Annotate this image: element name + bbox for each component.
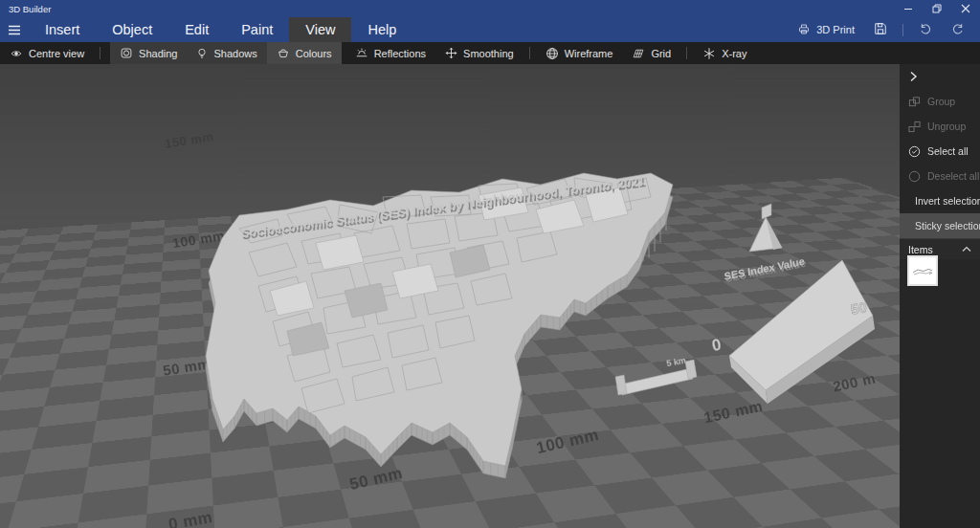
undo-button[interactable] — [909, 17, 942, 42]
legend-caption-3d-text[interactable]: SES Index Value — [724, 255, 805, 282]
smoothing-icon — [445, 47, 457, 59]
hamburger-menu-icon[interactable] — [0, 17, 29, 42]
reflections-button[interactable]: Reflections — [345, 42, 435, 64]
wireframe-button[interactable]: Wireframe — [536, 42, 623, 64]
restore-button[interactable] — [923, 0, 951, 17]
smoothing-button[interactable]: Smoothing — [435, 42, 523, 64]
eye-icon — [10, 48, 23, 59]
legend-min-value: 0 — [710, 336, 723, 355]
redo-icon — [951, 23, 965, 37]
scale-bar[interactable]: 5 km — [615, 356, 697, 395]
view-toolbar: Centre view Shading Shadows Colours — [0, 42, 980, 64]
model-canvas[interactable]: Socioeconomic Status (SES) Index by Neig… — [0, 64, 900, 528]
menu-bar: Insert Object Edit Paint View Help 3D Pr… — [0, 17, 980, 42]
close-button[interactable] — [951, 0, 980, 17]
globe-icon — [546, 47, 559, 60]
selection-sidebar: Group Ungroup Select all Deselect all In… — [900, 64, 980, 528]
toronto-model[interactable] — [206, 173, 673, 478]
north-marker[interactable] — [749, 204, 782, 252]
divider — [529, 47, 530, 59]
divider — [100, 47, 100, 59]
group-icon — [908, 96, 921, 108]
reflections-icon — [355, 47, 368, 59]
legend-wedge[interactable] — [729, 260, 875, 404]
save-button[interactable] — [864, 17, 897, 42]
item-thumbnail[interactable] — [907, 255, 938, 286]
deselect-all-button[interactable]: Deselect all — [900, 164, 980, 188]
3d-viewport[interactable]: 150 mm100 mm50 mm0 mm50 mm100 mm150 mm20… — [0, 64, 900, 528]
item-thumbnail-preview — [910, 258, 935, 283]
redo-button[interactable] — [942, 17, 974, 42]
legend-max-value: 50 — [850, 298, 868, 318]
centre-view-button[interactable]: Centre view — [0, 42, 94, 64]
printer-icon — [797, 23, 811, 37]
grid-icon — [632, 48, 645, 59]
scale-bar-label: 5 km — [666, 356, 687, 368]
divider — [686, 47, 687, 59]
menu-edit[interactable]: Edit — [168, 17, 225, 42]
title-bar: 3D Builder — [0, 0, 980, 17]
divider — [902, 24, 903, 36]
menu-object[interactable]: Object — [96, 17, 168, 42]
3d-print-label: 3D Print — [816, 24, 855, 35]
select-all-button[interactable]: Select all — [900, 139, 980, 164]
minimize-button[interactable] — [894, 0, 923, 17]
collapse-panel-button[interactable] — [900, 64, 980, 89]
ungroup-button[interactable]: Ungroup — [900, 114, 980, 139]
3d-builder-window: 3D Builder Insert Object Edit Paint View… — [0, 0, 980, 528]
select-all-icon — [908, 145, 921, 158]
shading-icon — [120, 47, 133, 59]
undo-icon — [919, 23, 932, 37]
xray-icon — [702, 47, 716, 60]
grid-button[interactable]: Grid — [622, 42, 680, 64]
menu-paint[interactable]: Paint — [225, 17, 289, 42]
3d-print-button[interactable]: 3D Print — [788, 17, 864, 42]
render-options-group: Shading Shadows Colours — [110, 42, 342, 64]
paint-bucket-icon — [277, 47, 290, 59]
group-button[interactable]: Group — [900, 89, 980, 114]
xray-button[interactable]: X-ray — [693, 42, 756, 64]
lightbulb-icon — [196, 47, 208, 60]
shading-button[interactable]: Shading — [110, 42, 187, 64]
menu-view[interactable]: View — [289, 17, 351, 42]
app-title: 3D Builder — [9, 4, 51, 14]
colours-button[interactable]: Colours — [267, 42, 342, 64]
invert-selection-button[interactable]: Invert selection — [900, 188, 980, 213]
chevron-up-icon — [962, 246, 971, 253]
menu-help[interactable]: Help — [351, 17, 412, 42]
ungroup-icon — [908, 121, 921, 133]
deselect-all-icon — [908, 170, 921, 183]
chevron-right-icon — [909, 71, 918, 82]
save-icon — [874, 22, 887, 37]
sticky-selection-button[interactable]: Sticky selection — [900, 213, 980, 238]
menu-insert[interactable]: Insert — [29, 17, 96, 42]
shadows-button[interactable]: Shadows — [187, 42, 266, 64]
